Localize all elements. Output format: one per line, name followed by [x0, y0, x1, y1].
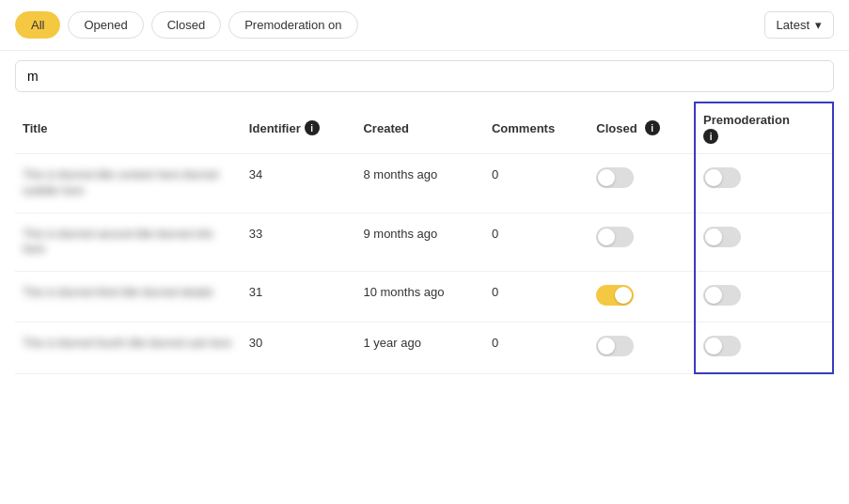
premoderation-toggle-2[interactable] — [703, 227, 741, 247]
sort-dropdown[interactable]: Latest ▾ — [764, 11, 834, 39]
tab-all[interactable]: All — [15, 11, 60, 39]
col-header-identifier: Identifier i — [242, 102, 356, 154]
row-4-closed-toggle[interactable] — [589, 323, 695, 374]
row-4-title: This is blurred fourth title blurred sub… — [15, 323, 242, 374]
top-bar: All Opened Closed Premoderation on Lates… — [0, 0, 849, 51]
closed-toggle-3[interactable] — [596, 285, 634, 306]
col-header-title: Title — [15, 102, 242, 154]
premoderation-info-icon[interactable]: i — [703, 129, 718, 144]
row-1-identifier: 34 — [242, 154, 356, 213]
premoderation-toggle-3[interactable] — [703, 285, 741, 306]
row-2-premoderation-toggle[interactable] — [695, 213, 833, 272]
closed-toggle-2[interactable] — [596, 227, 634, 247]
table-row: This is blurred title content here blurr… — [15, 154, 833, 213]
table-row: This is blurred third title blurred deta… — [15, 272, 833, 323]
row-3-created: 10 months ago — [355, 272, 484, 323]
col-header-closed: Closed i — [589, 102, 695, 154]
col-header-premoderation: Premoderation i — [695, 102, 833, 154]
row-3-identifier: 31 — [242, 272, 356, 323]
row-3-comments: 0 — [484, 272, 589, 323]
row-2-identifier: 33 — [242, 213, 356, 272]
identifier-info-icon[interactable]: i — [305, 120, 320, 135]
closed-info-icon[interactable]: i — [645, 120, 660, 135]
search-input[interactable] — [15, 60, 834, 92]
premoderation-toggle-1[interactable] — [703, 167, 741, 188]
row-2-created: 9 months ago — [355, 213, 484, 272]
main-table: Title Identifier i Created Comments Clo — [15, 102, 834, 374]
row-3-title: This is blurred third title blurred deta… — [15, 272, 242, 323]
tab-closed[interactable]: Closed — [151, 11, 221, 39]
row-3-closed-toggle[interactable] — [589, 272, 695, 323]
row-3-premoderation-toggle[interactable] — [695, 272, 833, 323]
premoderation-toggle-4[interactable] — [703, 336, 741, 356]
closed-toggle-1[interactable] — [596, 167, 634, 188]
row-2-closed-toggle[interactable] — [589, 213, 695, 272]
row-1-closed-toggle[interactable] — [589, 154, 695, 213]
row-1-created: 8 months ago — [355, 154, 484, 213]
tab-premoderation[interactable]: Premoderation on — [228, 11, 357, 39]
row-4-premoderation-toggle[interactable] — [695, 323, 833, 374]
filter-tabs: All Opened Closed Premoderation on — [15, 11, 358, 39]
row-1-comments: 0 — [484, 154, 589, 213]
row-4-created: 1 year ago — [355, 323, 484, 374]
search-bar — [0, 51, 849, 102]
table-container: Title Identifier i Created Comments Clo — [0, 102, 849, 374]
table-row: This is blurred second title blurred inf… — [15, 213, 833, 272]
chevron-down-icon: ▾ — [815, 18, 822, 32]
row-4-identifier: 30 — [242, 323, 356, 374]
closed-toggle-4[interactable] — [596, 336, 634, 356]
col-header-comments: Comments — [484, 102, 589, 154]
tab-opened[interactable]: Opened — [68, 11, 143, 39]
col-header-created: Created — [355, 102, 484, 154]
row-1-premoderation-toggle[interactable] — [695, 154, 833, 213]
table-row: This is blurred fourth title blurred sub… — [15, 323, 833, 374]
row-4-comments: 0 — [484, 323, 589, 374]
row-2-comments: 0 — [484, 213, 589, 272]
row-1-title: This is blurred title content here blurr… — [15, 154, 242, 213]
row-2-title: This is blurred second title blurred inf… — [15, 213, 242, 272]
sort-label: Latest — [777, 18, 810, 32]
